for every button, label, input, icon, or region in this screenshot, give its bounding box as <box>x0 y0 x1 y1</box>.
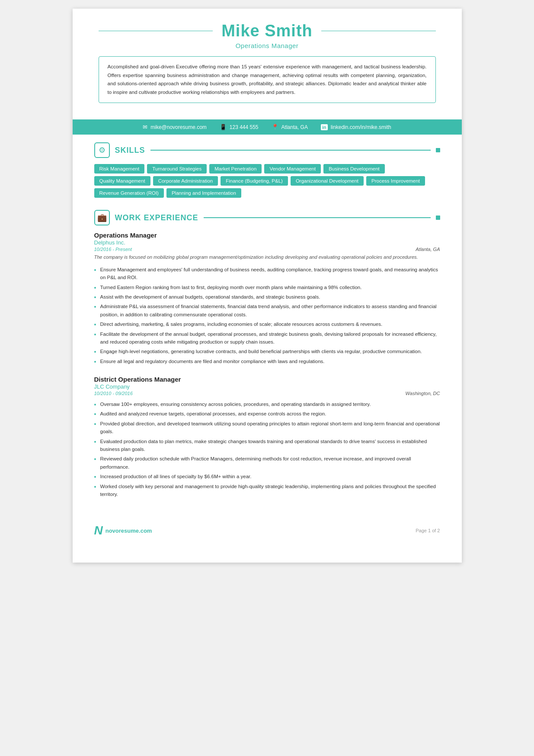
skill-tag: Revenue Generation (ROI) <box>94 188 164 198</box>
footer-logo: N novoresume.com <box>94 524 152 537</box>
phone-icon: 📱 <box>220 124 227 130</box>
job-bullet: Facilitate the development of the annual… <box>94 329 440 347</box>
candidate-name: Mike Smith <box>221 22 313 40</box>
header-line-right <box>321 31 436 32</box>
linkedin-icon: in <box>321 124 328 130</box>
job-bullet: Direct advertising, marketing, & sales p… <box>94 319 440 329</box>
job-entry: Operations Manager Delphus Inc. 10/2016 … <box>94 232 440 366</box>
company-name: JLC Company <box>94 383 440 390</box>
skills-grid: Risk ManagementTurnaround StrategiesMark… <box>94 164 440 198</box>
skill-tag: Finance (Budgeting, P&L) <box>221 176 288 186</box>
job-bullet: Assist with the development of annual bu… <box>94 292 440 302</box>
job-bullet: Increased production of all lines of spe… <box>94 472 440 481</box>
location-text: Atlanta, GA <box>281 124 308 130</box>
work-icon: 💼 <box>97 213 107 222</box>
logo-n: N <box>94 524 103 537</box>
contact-location: 📍 Atlanta, GA <box>272 124 308 130</box>
skills-line <box>150 150 431 151</box>
summary-text: Accomplished and goal-driven Executive o… <box>108 63 427 97</box>
job-title-text: Operations Manager <box>94 232 440 239</box>
job-bullets: Oversaw 100+ employees, ensuring consist… <box>94 399 440 499</box>
skills-icon: ⚙ <box>99 145 106 155</box>
phone-text: 123 444 555 <box>230 124 259 130</box>
job-bullet: Oversaw 100+ employees, ensuring consist… <box>94 399 440 409</box>
work-line <box>204 217 431 218</box>
footer: N novoresume.com Page 1 of 2 <box>73 517 462 544</box>
company-name: Delphus Inc. <box>94 239 440 246</box>
work-end-marker <box>436 216 440 220</box>
email-text: mike@novoresume.com <box>150 124 207 130</box>
job-meta: 10/2010 - 09/2016 Washington, DC <box>94 391 440 396</box>
skill-tag: Organizational Development <box>291 176 364 186</box>
job-bullet: Engage high-level negotiations, generati… <box>94 347 440 356</box>
work-experience-header: 💼 WORK EXPERIENCE <box>94 210 440 225</box>
skill-tag: Quality Management <box>94 176 150 186</box>
skill-tag: Planning and Implementation <box>166 188 241 198</box>
header-line-left <box>99 31 213 32</box>
job-entry: District Operations Manager JLC Company … <box>94 376 440 499</box>
job-bullet: Evaluated production data to plan metric… <box>94 437 440 454</box>
contact-phone: 📱 123 444 555 <box>220 124 259 130</box>
work-experience-section: 💼 WORK EXPERIENCE Operations Manager Del… <box>73 202 462 513</box>
job-dates: 10/2010 - 09/2016 <box>94 391 133 396</box>
job-bullet: Turned Eastern Region ranking from last … <box>94 283 440 292</box>
work-title: WORK EXPERIENCE <box>115 213 198 222</box>
job-bullet: Ensure Management and employees' full un… <box>94 265 440 283</box>
skills-title: SKILLS <box>115 146 145 155</box>
linkedin-text: linkedin.com/in/mike.smith <box>331 124 391 130</box>
job-title-text: District Operations Manager <box>94 376 440 383</box>
job-location: Washington, DC <box>406 391 440 396</box>
job-location: Atlanta, GA <box>416 247 440 252</box>
logo-text: novoresume.com <box>106 528 152 534</box>
skill-tag: Process Improvement <box>366 176 425 186</box>
job-bullet: Ensure all legal and regulatory document… <box>94 357 440 366</box>
skill-tag: Corporate Administration <box>153 176 218 186</box>
job-bullet: Provided global direction, and developed… <box>94 419 440 437</box>
skill-tag: Market Penetration <box>209 164 262 174</box>
skill-tag: Business Development <box>323 164 385 174</box>
location-icon: 📍 <box>272 124 278 130</box>
job-bullet: Administrate P&L via assessment of finan… <box>94 302 440 319</box>
page-number: Page 1 of 2 <box>416 528 440 533</box>
job-bullet: Audited and analyzed revenue targets, op… <box>94 409 440 418</box>
contact-linkedin: in linkedin.com/in/mike.smith <box>321 124 391 130</box>
candidate-title: Operations Manager <box>99 42 436 49</box>
skills-end-marker <box>436 148 440 152</box>
skill-tag: Risk Management <box>94 164 145 174</box>
skills-header: ⚙ SKILLS <box>94 142 440 158</box>
skills-icon-box: ⚙ <box>94 142 110 158</box>
job-description: The company is focused on mobilizing glo… <box>94 254 440 261</box>
job-bullet: Worked closely with key personal and man… <box>94 482 440 499</box>
name-header-row: Mike Smith <box>99 22 436 40</box>
skill-tag: Vendor Management <box>264 164 321 174</box>
header-section: Mike Smith Operations Manager Accomplish… <box>73 9 462 112</box>
email-icon: ✉ <box>143 124 147 130</box>
job-bullet: Reviewed daily production schedule with … <box>94 454 440 472</box>
job-dates: 10/2016 - Present <box>94 247 132 252</box>
contact-email: ✉ mike@novoresume.com <box>143 124 207 130</box>
work-icon-box: 💼 <box>94 210 110 225</box>
contact-bar: ✉ mike@novoresume.com 📱 123 444 555 📍 At… <box>73 119 462 135</box>
job-bullets: Ensure Management and employees' full un… <box>94 265 440 366</box>
skills-section: ⚙ SKILLS Risk ManagementTurnaround Strat… <box>73 135 462 202</box>
jobs-container: Operations Manager Delphus Inc. 10/2016 … <box>94 232 440 499</box>
skill-tag: Turnaround Strategies <box>147 164 207 174</box>
resume-page: Mike Smith Operations Manager Accomplish… <box>73 9 462 563</box>
summary-box: Accomplished and goal-driven Executive o… <box>99 56 436 103</box>
job-meta: 10/2016 - Present Atlanta, GA <box>94 247 440 252</box>
